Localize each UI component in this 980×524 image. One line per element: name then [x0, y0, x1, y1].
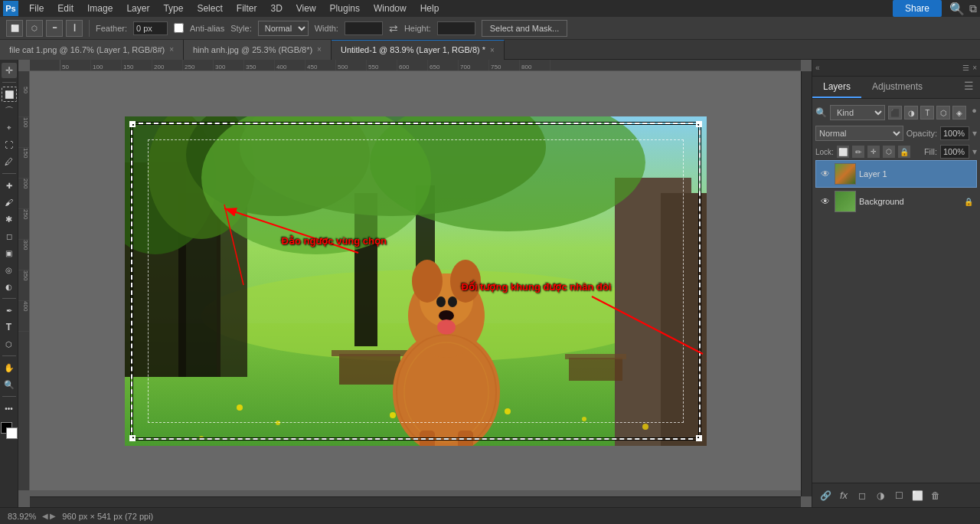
- tab-hinh-anh-close[interactable]: ×: [317, 45, 322, 54]
- status-prev-btn[interactable]: ◀: [42, 512, 48, 520]
- background-color[interactable]: [6, 427, 18, 439]
- delete-layer-btn[interactable]: 🗑: [929, 489, 942, 503]
- ruler-left-mark: 350: [18, 270, 29, 301]
- share-button[interactable]: Share: [893, 0, 942, 17]
- tab-adjustments[interactable]: Adjustments: [861, 77, 933, 98]
- feather-input[interactable]: [133, 21, 168, 35]
- zoom-tool[interactable]: 🔍: [2, 377, 17, 392]
- filter-enable-toggle[interactable]: ●: [972, 106, 977, 120]
- menu-3d[interactable]: 3D: [264, 2, 288, 15]
- marquee-tool[interactable]: ⬜: [2, 87, 17, 102]
- tab-file-cat[interactable]: file cat 1.png @ 16.7% (Layer 1, RGB/8#)…: [0, 40, 184, 60]
- dodge-tool[interactable]: ◐: [2, 279, 17, 294]
- v-scrollbar[interactable]: [801, 71, 812, 496]
- height-input[interactable]: [437, 21, 475, 35]
- menu-plugins[interactable]: Plugins: [324, 2, 366, 15]
- opacity-input[interactable]: [940, 126, 969, 140]
- h-scrollbar[interactable]: [30, 496, 801, 507]
- layer-shape-icon[interactable]: ⬡: [936, 106, 950, 120]
- layer-item-background[interactable]: 👁 Background 🔒: [815, 188, 977, 215]
- select-mask-button[interactable]: Select and Mask...: [482, 20, 568, 37]
- pen-tool[interactable]: ✒: [2, 303, 17, 318]
- background-visibility-toggle[interactable]: 👁: [819, 195, 831, 208]
- blend-mode-select[interactable]: Normal: [815, 126, 903, 141]
- tab-layers[interactable]: Layers: [812, 77, 861, 98]
- menu-edit[interactable]: Edit: [51, 2, 80, 15]
- menu-help[interactable]: Help: [414, 2, 446, 15]
- lock-artboard-btn[interactable]: ⬡: [883, 146, 895, 158]
- add-mask-btn[interactable]: ◻: [855, 489, 869, 503]
- tab-untitled-close[interactable]: ×: [490, 46, 495, 54]
- status-next-btn[interactable]: ▶: [50, 512, 56, 520]
- layer-smart-icon[interactable]: ◈: [952, 106, 966, 120]
- arrange-icon[interactable]: ⧉: [969, 2, 977, 15]
- opacity-arrow[interactable]: ▾: [972, 128, 977, 139]
- background-layer-name: Background: [859, 197, 961, 206]
- hand-tool[interactable]: ✋: [2, 360, 17, 375]
- tab-untitled[interactable]: Untitled-1 @ 83.9% (Layer 1, RGB/8) * ×: [332, 40, 505, 60]
- menu-filter[interactable]: Filter: [230, 2, 263, 15]
- search-icon[interactable]: 🔍: [949, 2, 965, 16]
- menu-select[interactable]: Select: [191, 2, 228, 15]
- adjustment-layer-btn[interactable]: ◑: [874, 489, 887, 503]
- panel-menu-icon[interactable]: ☰: [962, 64, 969, 72]
- blur-tool[interactable]: ◎: [2, 262, 17, 277]
- antialias-checkbox[interactable]: [174, 23, 184, 33]
- tab-file-cat-close[interactable]: ×: [169, 45, 174, 54]
- selection-col-btn[interactable]: ┃: [66, 20, 83, 37]
- transform-handle-br[interactable]: [696, 435, 702, 441]
- heal-tool[interactable]: ✚: [2, 178, 17, 193]
- style-select[interactable]: Normal: [258, 21, 309, 36]
- layer-type-icon[interactable]: T: [920, 106, 934, 120]
- lasso-tool[interactable]: ⌒: [2, 103, 17, 119]
- menu-file[interactable]: File: [23, 2, 50, 15]
- menu-layer[interactable]: Layer: [120, 2, 155, 15]
- lock-position-btn[interactable]: ✛: [867, 146, 880, 158]
- selection-circle-btn[interactable]: ⬡: [26, 20, 43, 37]
- menu-view[interactable]: View: [290, 2, 322, 15]
- menu-type[interactable]: Type: [157, 2, 189, 15]
- link-layers-btn[interactable]: 🔗: [818, 489, 832, 503]
- panel-collapse-left[interactable]: «: [815, 64, 820, 72]
- panel-close-icon[interactable]: ×: [972, 64, 977, 72]
- fill-input[interactable]: [940, 145, 969, 159]
- layer-kind-select[interactable]: Kind: [830, 105, 885, 120]
- eyedropper-tool[interactable]: 🖊: [2, 154, 17, 169]
- layer-adjust-icon[interactable]: ◑: [904, 106, 918, 120]
- layer-pixel-icon[interactable]: ⬛: [888, 106, 902, 120]
- new-layer-btn[interactable]: ⬜: [910, 489, 924, 503]
- text-tool[interactable]: T: [2, 319, 17, 335]
- brush-tool[interactable]: 🖌: [2, 195, 17, 210]
- group-layers-btn[interactable]: ☐: [892, 489, 906, 503]
- eraser-tool[interactable]: ◻: [2, 228, 17, 244]
- fx-btn[interactable]: fx: [837, 489, 851, 503]
- crop-tool[interactable]: ⛶: [2, 137, 17, 152]
- fill-arrow[interactable]: ▾: [972, 146, 977, 157]
- swap-icon[interactable]: ⇄: [389, 22, 398, 34]
- menu-image[interactable]: Image: [81, 2, 119, 15]
- menubar: Ps File Edit Image Layer Type Select Fil…: [0, 0, 980, 17]
- transform-handle-bl[interactable]: [129, 435, 136, 441]
- path-select-tool[interactable]: ⬡: [2, 336, 17, 352]
- lock-pixels-btn[interactable]: ⬜: [837, 146, 849, 158]
- gradient-tool[interactable]: ▣: [2, 245, 17, 260]
- canvas-area: 50 100 150 200 250 300 350 400 450 500 5…: [18, 60, 812, 507]
- layer1-visibility-toggle[interactable]: 👁: [819, 168, 831, 180]
- lock-paint-btn[interactable]: ✏: [852, 146, 864, 158]
- more-tools[interactable]: •••: [2, 401, 17, 416]
- panel-options-icon[interactable]: ☰: [958, 77, 980, 98]
- lock-all-btn[interactable]: 🔒: [898, 146, 910, 158]
- move-tool[interactable]: ✛: [2, 63, 17, 78]
- transform-handle-tl[interactable]: [129, 121, 136, 127]
- layer-item-layer1[interactable]: 👁 Layer 1: [815, 160, 977, 188]
- svg-rect-18: [569, 358, 622, 381]
- transform-handle-tr[interactable]: [696, 121, 702, 127]
- quick-select-tool[interactable]: ⌖: [2, 120, 17, 136]
- selection-row-btn[interactable]: ━: [46, 20, 63, 37]
- stamp-tool[interactable]: ✱: [2, 211, 17, 227]
- menu-window[interactable]: Window: [368, 2, 413, 15]
- tab-hinh-anh[interactable]: hinh anh.jpg @ 25.3% (RGB/8*) ×: [184, 40, 332, 60]
- feather-label: Feather:: [96, 24, 127, 33]
- width-input[interactable]: [345, 21, 383, 35]
- selection-rect-btn[interactable]: ⬜: [6, 20, 23, 37]
